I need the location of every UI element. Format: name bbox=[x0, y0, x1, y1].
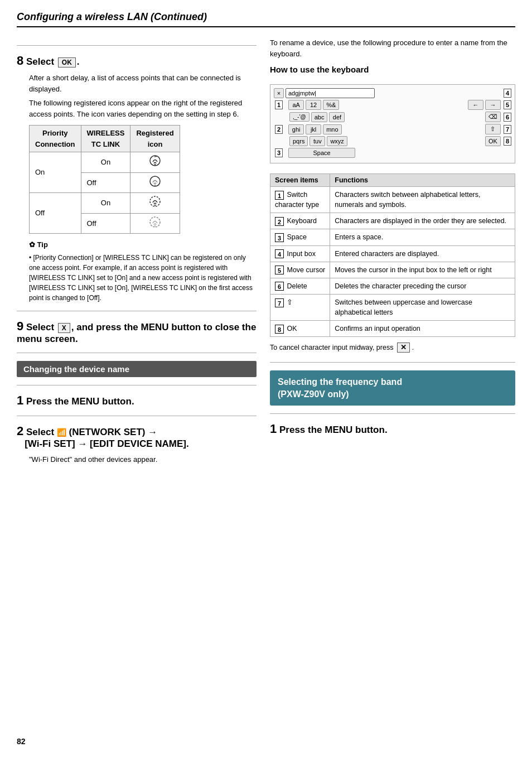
kb-shift: ⇧ bbox=[485, 124, 501, 134]
func-col-func: Functions bbox=[330, 174, 515, 187]
kb-label3: 3 bbox=[275, 148, 283, 157]
svg-point-5 bbox=[154, 184, 156, 185]
func-item-7: 7 ⇧ bbox=[270, 294, 330, 320]
col-priority: PriorityConnection bbox=[30, 126, 81, 152]
tip-body: • [Priority Connection] or [WIRELESS TC … bbox=[29, 253, 257, 303]
func-row-5: 5 Move cursor Moves the cursor in the in… bbox=[270, 262, 515, 278]
kb-input-box: adgjmptw| bbox=[286, 88, 375, 98]
func-row-7: 7 ⇧ Switches between uppercase and lower… bbox=[270, 294, 515, 320]
step2-left-strong: Select 📶 (NETWORK SET) → [Wi-Fi SET] → [… bbox=[17, 427, 189, 449]
cell-on-off: Off bbox=[81, 172, 130, 193]
how-to-keyboard-title: How to use the keyboard bbox=[270, 65, 515, 74]
step1-right-label: Press the MENU button. bbox=[279, 425, 388, 435]
func-desc-1: Characters switch between alphabetical l… bbox=[330, 187, 515, 213]
func-col-screen: Screen items bbox=[270, 174, 330, 187]
divider-right-bottom bbox=[270, 362, 515, 363]
step2-left-heading: 2 Select 📶 (NETWORK SET) → [Wi-Fi SET] →… bbox=[17, 424, 257, 450]
func-row-3: 3 Space Enters a space. bbox=[270, 229, 515, 245]
kb-row-wxyz: pqrs tuv wxyz OK 8 bbox=[274, 136, 511, 146]
cell-off-off: Off bbox=[81, 213, 130, 234]
func-desc-6: Deletes the character preceding the curs… bbox=[330, 278, 515, 294]
kb-pqrs: pqrs bbox=[289, 136, 308, 146]
table-row: Off On bbox=[30, 193, 180, 214]
kb-row-sym: ,_-'@ abc def ⌫ 6 bbox=[274, 112, 511, 122]
divider-section-step1 bbox=[17, 385, 257, 385]
kb-num4: 4 bbox=[504, 89, 511, 98]
kb-row-input: × adgjmptw| 4 bbox=[274, 88, 511, 98]
step9-strong: Select X, and press the MENU button to c… bbox=[17, 322, 256, 344]
func-num-1: 1 bbox=[275, 191, 284, 200]
step9-number: 9 bbox=[17, 319, 23, 333]
func-num-5: 5 bbox=[275, 266, 284, 274]
func-item-1: 1 Switchcharacter type bbox=[270, 187, 330, 213]
page: Configuring a wireless LAN (Continued) 8… bbox=[0, 0, 532, 757]
svg-point-9 bbox=[154, 225, 156, 226]
func-num-2: 2 bbox=[275, 217, 284, 226]
icon-off-off bbox=[130, 213, 180, 234]
func-item-4: 4 Input box bbox=[270, 245, 330, 262]
step1-left-number: 1 bbox=[17, 393, 23, 407]
kb-backspace: ⌫ bbox=[485, 112, 501, 122]
right-column: To rename a device, use the following pr… bbox=[270, 37, 515, 465]
step8-heading: 8 Select OK. bbox=[17, 54, 257, 68]
func-desc-2: Characters are displayed in the order th… bbox=[330, 213, 515, 229]
intro-text: To rename a device, use the following pr… bbox=[270, 37, 515, 59]
kb-pct: %& bbox=[323, 100, 339, 110]
func-num-3: 3 bbox=[275, 233, 284, 242]
kb-wxyz: wxyz bbox=[327, 136, 347, 146]
kb-close: × bbox=[274, 88, 284, 98]
kb-label2: 2 bbox=[275, 125, 283, 134]
step1-left-heading: 1 Press the MENU button. bbox=[17, 393, 257, 408]
func-item-5: 5 Move cursor bbox=[270, 262, 330, 278]
kb-right-arrow: → bbox=[485, 100, 501, 110]
step8-label: Select OK. bbox=[26, 56, 80, 67]
step1-right-heading: 1 Press the MENU button. bbox=[270, 422, 515, 436]
priority-table: PriorityConnection WIRELESSTC LINK Regis… bbox=[29, 125, 180, 234]
icon-on-on bbox=[130, 152, 180, 173]
page-number: 82 bbox=[17, 737, 26, 746]
divider-freq-step1 bbox=[270, 413, 515, 414]
icon-off-on bbox=[130, 193, 180, 214]
kb-row-2: 2 ghi jkl mno ⇧ 7 bbox=[274, 124, 511, 134]
step2-left-number: 2 bbox=[17, 424, 23, 438]
func-row-8: 8 OK Confirms an input operation bbox=[270, 321, 515, 337]
tip-box: ✿ Tip • [Priority Connection] or [WIRELE… bbox=[29, 239, 257, 303]
kb-row-space: 3 Space bbox=[274, 148, 511, 158]
kb-def: def bbox=[329, 112, 345, 122]
page-title: Configuring a wireless LAN (Continued) bbox=[17, 11, 515, 27]
func-item-2: 2 Keyboard bbox=[270, 213, 330, 229]
step2-left-label: Select 📶 (NETWORK SET) → [Wi-Fi SET] → [… bbox=[17, 427, 189, 449]
kb-num5: 5 bbox=[504, 100, 511, 109]
func-num-6: 6 bbox=[275, 282, 284, 291]
kb-abc: abc bbox=[311, 112, 328, 122]
divider-step9-section bbox=[17, 353, 257, 353]
network-icon: 📶 bbox=[57, 428, 66, 437]
functions-table: Screen items Functions 1 Switchcharacter… bbox=[270, 173, 515, 337]
selecting-line2: (PXW-Z90V only) bbox=[278, 389, 349, 399]
divider-step8-9 bbox=[17, 311, 257, 311]
step8-body: After a short delay, a list of access po… bbox=[29, 73, 257, 303]
x-box: X bbox=[58, 323, 70, 333]
kb-jkl: jkl bbox=[306, 124, 321, 134]
col-icon: Registeredicon bbox=[130, 126, 180, 152]
func-row-4: 4 Input box Entered characters are displ… bbox=[270, 245, 515, 262]
cancel-x-symbol: ✕ bbox=[397, 343, 410, 353]
step8-para1: After a short delay, a list of access po… bbox=[29, 73, 257, 94]
func-num-4: 4 bbox=[275, 249, 284, 258]
kb-ghi: ghi bbox=[288, 124, 304, 134]
cell-on-on: On bbox=[81, 152, 130, 173]
kb-label1: 1 bbox=[275, 100, 283, 109]
divider-top bbox=[17, 45, 257, 46]
cancel-note: To cancel character input midway, press … bbox=[270, 343, 515, 353]
func-num-7: 7 bbox=[275, 298, 284, 307]
two-column-layout: 8 Select OK. After a short delay, a list… bbox=[17, 37, 515, 465]
kb-row-1: 1 aA 12 %& ← → 5 bbox=[274, 100, 511, 110]
changing-device-section-bar: Changing the device name bbox=[17, 361, 257, 377]
cell-off-on: On bbox=[81, 193, 130, 214]
func-desc-3: Enters a space. bbox=[330, 229, 515, 245]
selecting-line1: Selecting the frequency band bbox=[278, 377, 402, 387]
kb-sym: ,_-'@ bbox=[289, 112, 309, 122]
icon-on-off bbox=[130, 172, 180, 193]
keyboard-diagram: × adgjmptw| 4 1 aA 12 %& ← → 5 bbox=[270, 84, 515, 163]
kb-ok: OK bbox=[485, 136, 501, 146]
